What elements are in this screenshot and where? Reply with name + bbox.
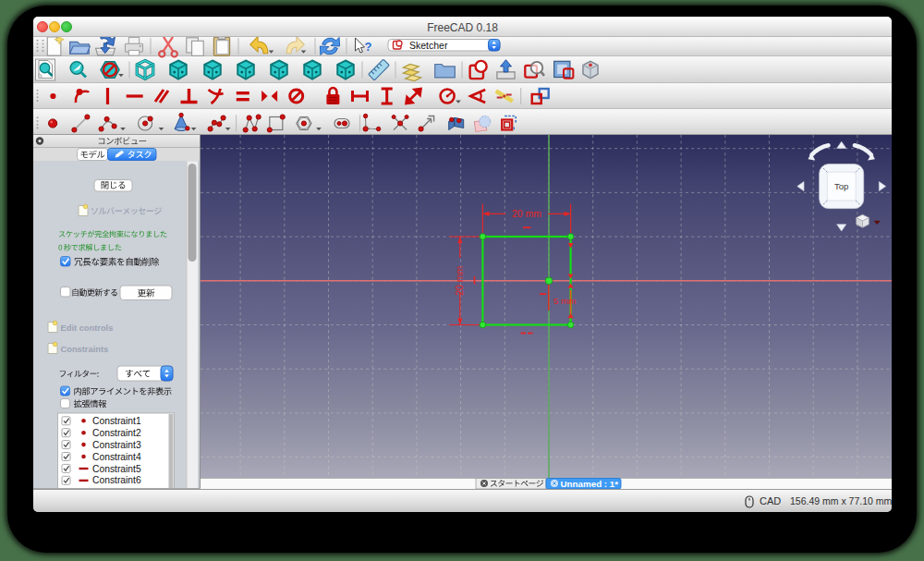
svg-text:Constraint6: Constraint6	[92, 475, 141, 485]
svg-text:Constraint3: Constraint3	[92, 440, 141, 450]
svg-text:?: ?	[365, 40, 372, 54]
svg-text:Constraints: Constraints	[61, 345, 109, 354]
svg-text:20 mm: 20 mm	[512, 208, 541, 219]
svg-text:Top: Top	[834, 181, 848, 191]
svg-text:Edit controls: Edit controls	[61, 323, 114, 333]
svg-text:Constraint4: Constraint4	[92, 452, 141, 462]
svg-text:20 mm: 20 mm	[455, 265, 466, 295]
svg-text:5 mm: 5 mm	[553, 296, 577, 306]
svg-text:Sketcher: Sketcher	[409, 40, 448, 51]
svg-text:Constraint5: Constraint5	[92, 464, 141, 474]
svg-text:Constraint2: Constraint2	[92, 428, 141, 438]
svg-text:Constraint1: Constraint1	[92, 416, 141, 426]
svg-text:Unnamed : 1*: Unnamed : 1*	[561, 479, 619, 489]
